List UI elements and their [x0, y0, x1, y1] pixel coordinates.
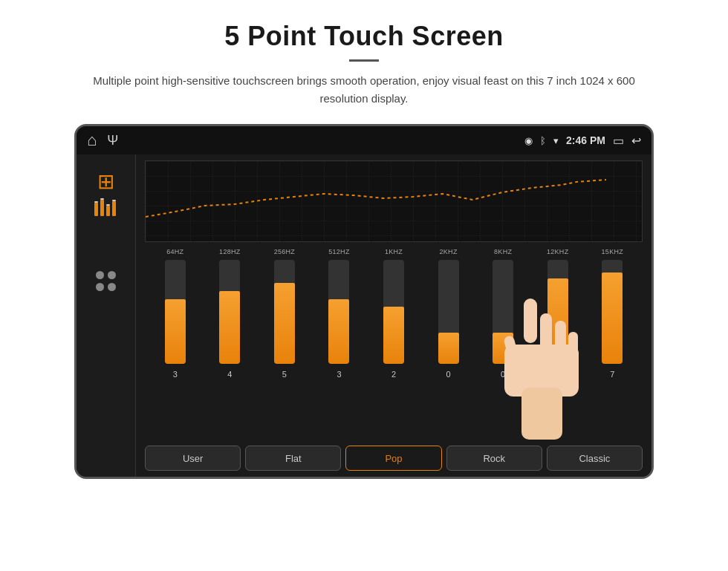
slider-col-8[interactable]: 15KHZ7: [585, 248, 640, 438]
preset-btn-pop[interactable]: Pop: [345, 446, 441, 471]
svg-rect-3: [112, 201, 116, 216]
slider-value-1: 4: [227, 370, 232, 379]
svg-rect-4: [94, 201, 98, 203]
slider-col-4[interactable]: 1KHZ2: [366, 248, 421, 438]
slider-fill-7: [547, 278, 568, 364]
svg-rect-0: [94, 203, 98, 216]
slider-value-4: 2: [391, 370, 396, 379]
slider-col-0[interactable]: 64HZ3: [148, 248, 203, 438]
slider-track-8[interactable]: [602, 260, 623, 364]
preset-buttons: UserFlatPopRockClassic: [145, 446, 643, 471]
sidebar-eq-item[interactable]: ⊞: [93, 169, 120, 219]
slider-track-3[interactable]: [328, 260, 349, 364]
slider-col-2[interactable]: 256HZ5: [257, 248, 312, 438]
dot-4: [108, 283, 116, 291]
slider-track-2[interactable]: [274, 260, 295, 364]
svg-rect-2: [106, 206, 110, 216]
sidebar: ⊞: [77, 154, 136, 477]
home-icon[interactable]: ⌂: [87, 131, 97, 150]
sidebar-dots: [96, 271, 116, 291]
freq-label-5: 2KHZ: [439, 248, 457, 255]
freq-label-4: 1KHZ: [385, 248, 403, 255]
freq-label-2: 256HZ: [274, 248, 296, 255]
battery-icon: ▭: [613, 134, 624, 148]
eq-graph: [145, 160, 643, 242]
slider-fill-4: [383, 307, 404, 364]
slider-track-7[interactable]: [547, 260, 568, 364]
slider-value-6: 0: [501, 370, 505, 379]
slider-value-2: 5: [282, 370, 287, 379]
eq-sliders-icon: ⊞: [97, 169, 114, 194]
dot-2: [108, 271, 116, 279]
slider-col-3[interactable]: 512HZ3: [312, 248, 367, 438]
slider-fill-2: [274, 283, 295, 364]
status-left: ⌂ Ψ: [87, 131, 118, 150]
status-time: 2:46 PM: [566, 134, 605, 146]
dot-3: [96, 283, 104, 291]
page-title: 5 Point Touch Screen: [224, 21, 503, 52]
status-right: ◉ ᛒ ▾ 2:46 PM ▭ ↩: [524, 134, 641, 148]
slider-fill-6: [493, 333, 513, 364]
preset-btn-rock[interactable]: Rock: [446, 446, 542, 471]
slider-value-7: 6: [556, 370, 560, 379]
page-subtitle: Multiple point high-sensitive touchscree…: [74, 72, 654, 108]
slider-fill-5: [438, 333, 459, 364]
freq-label-7: 12KHZ: [547, 248, 569, 255]
slider-fill-1: [219, 291, 240, 364]
preset-btn-flat[interactable]: Flat: [245, 446, 341, 471]
svg-rect-8: [146, 161, 642, 241]
slider-track-0[interactable]: [165, 260, 186, 364]
freq-label-6: 8KHZ: [494, 248, 512, 255]
slider-value-5: 0: [446, 370, 451, 379]
usb-icon: Ψ: [107, 133, 118, 149]
preset-btn-classic[interactable]: Classic: [547, 446, 643, 471]
main-content: ⊞: [77, 154, 651, 477]
slider-col-7[interactable]: 12KHZ6: [530, 248, 585, 438]
slider-value-8: 7: [610, 370, 614, 379]
slider-value-3: 3: [337, 370, 341, 379]
title-divider: [349, 59, 379, 62]
wifi-icon: ▾: [553, 135, 559, 146]
equalizer-icon: [93, 197, 120, 219]
status-bar: ⌂ Ψ ◉ ᛒ ▾ 2:46 PM ▭ ↩: [77, 126, 651, 154]
device-frame: ⌂ Ψ ◉ ᛒ ▾ 2:46 PM ▭ ↩ ⊞: [74, 124, 654, 479]
bluetooth-icon: ᛒ: [540, 135, 546, 146]
back-icon[interactable]: ↩: [631, 134, 641, 148]
svg-rect-5: [100, 198, 104, 200]
location-icon: ◉: [524, 135, 533, 146]
slider-fill-0: [165, 299, 186, 364]
freq-label-3: 512HZ: [328, 248, 350, 255]
eq-area: 64HZ3128HZ4256HZ5512HZ31KHZ22KHZ08KHZ012…: [136, 154, 651, 477]
slider-fill-8: [602, 273, 623, 364]
slider-value-0: 3: [173, 370, 178, 379]
slider-track-1[interactable]: [219, 260, 240, 364]
freq-label-1: 128HZ: [219, 248, 241, 255]
svg-rect-1: [100, 200, 104, 216]
slider-col-1[interactable]: 128HZ4: [203, 248, 258, 438]
slider-track-4[interactable]: [383, 260, 404, 364]
slider-track-5[interactable]: [438, 260, 459, 364]
eq-graph-svg: [146, 161, 642, 241]
freq-label-0: 64HZ: [166, 248, 183, 255]
freq-label-8: 15KHZ: [602, 248, 624, 255]
slider-col-5[interactable]: 2KHZ0: [421, 248, 476, 438]
slider-track-6[interactable]: [493, 260, 513, 364]
svg-rect-7: [112, 200, 116, 201]
svg-rect-6: [106, 204, 110, 206]
preset-btn-user[interactable]: User: [145, 446, 241, 471]
dot-1: [96, 271, 104, 279]
slider-fill-3: [328, 299, 349, 364]
slider-col-6[interactable]: 8KHZ0: [475, 248, 530, 438]
sliders-container: 64HZ3128HZ4256HZ5512HZ31KHZ22KHZ08KHZ012…: [145, 248, 643, 438]
